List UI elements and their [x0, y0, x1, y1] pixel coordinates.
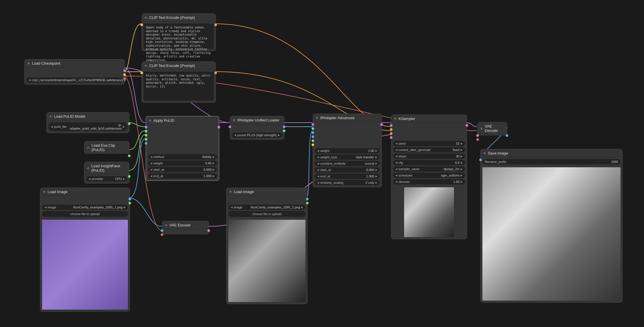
- collapse-dot-icon[interactable]: [316, 117, 318, 119]
- chevron-right-icon[interactable]: ▶: [461, 174, 463, 177]
- chevron-left-icon[interactable]: ◀: [150, 155, 152, 158]
- chevron-right-icon[interactable]: ▶: [375, 181, 377, 184]
- chevron-left-icon[interactable]: ◀: [29, 79, 31, 81]
- chevron-left-icon[interactable]: ◀: [231, 206, 233, 209]
- weight-type-widget[interactable]: ◀weight_typestyle transfer▶: [315, 155, 380, 160]
- node-header[interactable]: Load InsightFace (PuLID): [84, 162, 129, 175]
- chevron-left-icon[interactable]: ◀: [88, 177, 91, 180]
- chevron-right-icon[interactable]: ▶: [461, 180, 463, 183]
- node-load-image-1[interactable]: Load Image ◀imageRunComfy_examples_1095_…: [40, 188, 130, 312]
- chevron-left-icon[interactable]: ◀: [150, 168, 152, 171]
- collapse-dot-icon[interactable]: [145, 17, 147, 19]
- chevron-left-icon[interactable]: ◀: [317, 162, 319, 165]
- chevron-right-icon[interactable]: ▶: [213, 168, 215, 171]
- cfg-widget[interactable]: ◀cfg6.0▶: [393, 160, 465, 165]
- prompt-textarea[interactable]: Upper body of a fashionable woman, adorn…: [144, 23, 214, 49]
- collapse-dot-icon[interactable]: [484, 152, 486, 154]
- filename-prefix-widget[interactable]: filename_prefix1095: [482, 159, 621, 164]
- output-port-model[interactable]: [123, 69, 126, 72]
- chevron-left-icon[interactable]: ◀: [150, 162, 152, 165]
- combine-embeds-widget[interactable]: ◀combine_embedsconcat▶: [315, 161, 380, 166]
- chevron-right-icon[interactable]: ▶: [213, 175, 215, 177]
- output-port-model[interactable]: [218, 126, 220, 128]
- chevron-right-icon[interactable]: ▶: [461, 155, 463, 158]
- input-port-attn-mask[interactable]: [312, 139, 314, 142]
- seed-widget[interactable]: ◀seed52▶: [393, 141, 465, 146]
- chevron-left-icon[interactable]: ◀: [395, 174, 397, 177]
- node-header[interactable]: IPAdapter Advanced: [313, 114, 381, 122]
- chevron-left-icon[interactable]: ◀: [395, 148, 397, 151]
- output-port-insightface[interactable]: [128, 175, 131, 178]
- node-vae-encode[interactable]: VAE Encode: [162, 221, 209, 234]
- input-port-positive[interactable]: [390, 128, 392, 131]
- input-port-pulid[interactable]: [145, 130, 147, 132]
- collapse-dot-icon[interactable]: [145, 65, 147, 67]
- chevron-right-icon[interactable]: ▶: [213, 155, 215, 158]
- input-port-model[interactable]: [145, 126, 147, 128]
- chevron-right-icon[interactable]: ▶: [124, 206, 126, 209]
- preset-widget[interactable]: ◀presetPLUS (high strength)▶: [232, 132, 282, 138]
- chevron-right-icon[interactable]: ▶: [461, 161, 463, 164]
- end-at-widget[interactable]: ◀end_at1.000▶: [148, 173, 217, 179]
- input-port-eva-clip[interactable]: [145, 134, 147, 137]
- output-port-image[interactable]: [129, 198, 131, 200]
- embeds-scaling-widget[interactable]: ◀embeds_scalingV only▶: [315, 180, 380, 185]
- end-at-widget[interactable]: ◀end_at1.000▶: [315, 174, 380, 179]
- output-port-conditioning[interactable]: [214, 23, 217, 26]
- chevron-right-icon[interactable]: ▶: [278, 134, 280, 137]
- chevron-right-icon[interactable]: ▶: [213, 162, 215, 165]
- chevron-right-icon[interactable]: ▶: [375, 162, 377, 165]
- chevron-right-icon[interactable]: ▶: [461, 148, 463, 151]
- collapse-dot-icon[interactable]: [165, 224, 167, 226]
- output-port-mask[interactable]: [306, 202, 309, 204]
- method-widget[interactable]: ◀methodfidelity▶: [148, 154, 217, 159]
- output-port-clip[interactable]: [123, 73, 126, 76]
- chevron-left-icon[interactable]: ◀: [395, 168, 397, 170]
- control-after-generate-widget[interactable]: ◀control_after_generatefixed▶: [393, 147, 465, 152]
- collapse-dot-icon[interactable]: [394, 118, 396, 120]
- input-port-model[interactable]: [312, 123, 314, 126]
- node-header[interactable]: Load Checkpoint: [25, 59, 124, 68]
- chevron-left-icon[interactable]: ◀: [395, 142, 397, 145]
- collapse-dot-icon[interactable]: [233, 119, 235, 121]
- chevron-right-icon[interactable]: ▶: [123, 125, 125, 128]
- node-ipadapter-unified-loader[interactable]: IPAdapter Unified Loader ◀presetPLUS (hi…: [230, 116, 284, 140]
- chevron-right-icon[interactable]: ▶: [375, 175, 377, 178]
- chevron-right-icon[interactable]: ▶: [375, 168, 377, 171]
- collapse-dot-icon[interactable]: [87, 167, 89, 169]
- node-header[interactable]: Load Image: [40, 188, 130, 196]
- node-header[interactable]: Load Image: [227, 188, 307, 196]
- output-port-eva-clip[interactable]: [128, 155, 131, 157]
- weight-widget[interactable]: ◀weight1.00▶: [315, 148, 380, 153]
- chevron-left-icon[interactable]: ◀: [44, 206, 46, 209]
- chevron-left-icon[interactable]: ◀: [234, 134, 236, 137]
- node-load-eva-clip[interactable]: Load Eva Clip (PuLID): [84, 141, 129, 154]
- node-clip-text-encode-negative[interactable]: CLIP Text Encode (Prompt) blurry, malfor…: [142, 61, 216, 103]
- image-file-widget[interactable]: ◀imageRunComfy_examples_1095_2.png▶: [228, 205, 305, 210]
- node-header[interactable]: VAE Encode: [162, 221, 209, 229]
- output-port-latent[interactable]: [466, 124, 468, 127]
- node-header[interactable]: Save Image: [481, 149, 622, 157]
- chevron-left-icon[interactable]: ◀: [395, 180, 397, 183]
- collapse-dot-icon[interactable]: [28, 62, 30, 64]
- collapse-dot-icon[interactable]: [50, 115, 52, 117]
- chevron-right-icon[interactable]: ▶: [375, 149, 377, 152]
- node-ksampler[interactable]: KSampler ◀seed52▶ ◀control_after_generat…: [391, 115, 467, 239]
- start-at-widget[interactable]: ◀start_at0.000▶: [315, 167, 380, 172]
- output-port-model[interactable]: [380, 123, 383, 126]
- upload-button[interactable]: choose file to upload: [42, 211, 128, 217]
- steps-widget[interactable]: ◀steps30▶: [393, 154, 465, 159]
- collapse-dot-icon[interactable]: [149, 119, 151, 121]
- node-clip-text-encode-positive[interactable]: CLIP Text Encode (Prompt) Upper body of …: [142, 13, 216, 51]
- chevron-right-icon[interactable]: ▶: [461, 168, 463, 170]
- scheduler-widget[interactable]: ◀schedulersgm_uniform▶: [393, 173, 465, 178]
- node-header[interactable]: Apply PuLID: [146, 117, 219, 125]
- input-port-image[interactable]: [145, 142, 147, 145]
- input-port-clip[interactable]: [140, 23, 143, 26]
- node-load-image-2[interactable]: Load Image ◀imageRunComfy_examples_1095_…: [226, 188, 307, 304]
- node-load-pulid-model[interactable]: Load PuLID Model ◀pulid_fileip-adapter_p…: [46, 112, 129, 133]
- collapse-dot-icon[interactable]: [481, 128, 482, 130]
- node-save-image[interactable]: Save Image filename_prefix1095: [480, 149, 623, 303]
- node-vae-decode[interactable]: VAE Decode: [477, 122, 507, 135]
- input-port-negative[interactable]: [390, 132, 392, 135]
